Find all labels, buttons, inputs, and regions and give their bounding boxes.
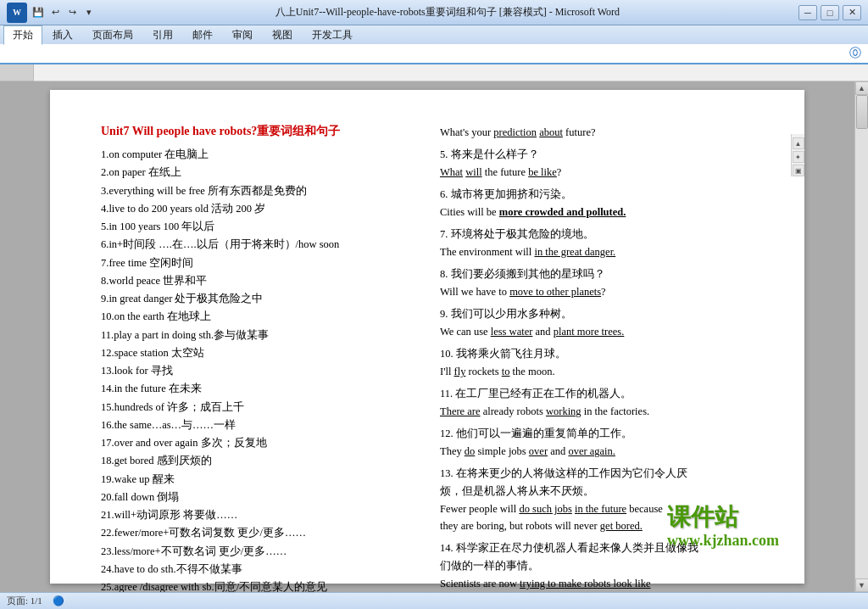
- ribbon-tabs: 开始 插入 页面布局 引用 邮件 审阅 视图 开发工具: [0, 25, 868, 44]
- sentence-6-zh: 6. 城市将更加拥挤和污染。: [440, 186, 762, 203]
- right-header: What's your prediction about future?: [440, 124, 762, 141]
- scroll-up-btn[interactable]: ▲: [855, 81, 869, 95]
- vertical-scrollbar[interactable]: ▲ ▼: [854, 81, 868, 592]
- tab-home[interactable]: 开始: [3, 25, 42, 45]
- vocab-item-1: 1.on computer 在电脑上: [101, 146, 423, 164]
- sentence-5-zh: 5. 将来是什么样子？: [440, 146, 762, 163]
- window-controls[interactable]: ─ □ ✕: [798, 5, 861, 20]
- page-count: 页面: 1/1: [7, 595, 42, 607]
- tab-review[interactable]: 审阅: [223, 25, 262, 44]
- sentence-12: 12. 他们可以一遍遍的重复简单的工作。 They do simple jobs…: [440, 425, 762, 460]
- vocab-item-13: 13.look for 寻找: [101, 362, 423, 380]
- left-column: Unit7 Will people have robots?重要词组和句子 1.…: [101, 124, 423, 592]
- redo-quick-btn[interactable]: ↪: [64, 5, 80, 20]
- watermark-text1: 课件站: [667, 503, 779, 532]
- ribbon-bar: ⓪: [0, 44, 868, 64]
- sentence-5: 5. 将来是什么样子？ What will the future be like…: [440, 146, 762, 181]
- doc-title: Unit7 Will people have robots?重要词组和句子: [101, 124, 423, 139]
- vocab-item-20: 20.fall down 倒塌: [101, 489, 423, 506]
- watermark: 课件站 www.kjzhan.com: [667, 503, 779, 550]
- scroll-track[interactable]: [855, 95, 869, 578]
- vocab-item-3: 3.everything will be free 所有东西都是免费的: [101, 182, 423, 200]
- vocab-item-17: 17.over and over again 多次；反复地: [101, 434, 423, 452]
- sentence-9-en: We can use less water and plant more tre…: [440, 323, 762, 340]
- save-quick-btn[interactable]: 💾: [31, 5, 46, 20]
- sentence-6-en: Cities will be more crowded and polluted…: [440, 204, 762, 221]
- minimize-btn[interactable]: ─: [798, 5, 817, 20]
- vocab-item-4: 4.live to do 200 years old 活动 200 岁: [101, 200, 423, 218]
- sentence-14-en1: Scientists are now trying to make robots…: [440, 575, 762, 592]
- doc-scroll-area[interactable]: ▲ ✦ ▣ Unit7 Will people have robots?重要词组…: [0, 81, 854, 592]
- tab-developer[interactable]: 开发工具: [303, 25, 362, 44]
- sentence-10-zh: 10. 我将乘火箭飞往月球。: [440, 345, 762, 362]
- doc-container: ▲ ✦ ▣ Unit7 Will people have robots?重要词组…: [0, 81, 868, 592]
- vocab-item-2: 2.on paper 在纸上: [101, 164, 423, 182]
- rt-btn1[interactable]: ▲: [793, 137, 804, 149]
- help-btn[interactable]: ⓪: [849, 46, 861, 61]
- window-title: 八上Unit7--Will-people-have-robots重要词组和句子 …: [97, 5, 798, 20]
- ribbon-placeholder: [7, 48, 9, 59]
- sentence-8: 8. 我们要必须搬到其他的星球吗？ Will we have to move t…: [440, 265, 762, 300]
- sentence-11: 11. 在工厂里已经有正在工作的机器人。 There are already r…: [440, 385, 762, 420]
- sentence-14-zh2: 们做的一样的事情。: [440, 557, 762, 574]
- right-column: What's your prediction about future? 5. …: [440, 124, 762, 592]
- doc-page: ▲ ✦ ▣ Unit7 Will people have robots?重要词组…: [50, 90, 804, 584]
- tab-references[interactable]: 引用: [143, 25, 182, 44]
- vocab-item-19: 19.wake up 醒来: [101, 471, 423, 489]
- rt-btn2[interactable]: ✦: [793, 151, 804, 163]
- vocab-item-12: 12.space station 太空站: [101, 344, 423, 362]
- ruler-area: [0, 64, 868, 81]
- tab-view[interactable]: 视图: [263, 25, 302, 44]
- sentence-13-zh: 13. 在将来更少的人将做这样的工作因为它们令人厌: [440, 465, 762, 482]
- sentence-8-zh: 8. 我们要必须搬到其他的星球吗？: [440, 265, 762, 282]
- vocab-item-18: 18.get bored 感到厌烦的: [101, 452, 423, 470]
- vocab-item-8: 8.world peace 世界和平: [101, 272, 423, 290]
- sentence-12-en: They do simple jobs over and over again.: [440, 443, 762, 460]
- sentence-12-zh: 12. 他们可以一遍遍的重复简单的工作。: [440, 425, 762, 442]
- vocab-item-7: 7.free time 空闲时间: [101, 254, 423, 272]
- vocab-item-15: 15.hundreds of 许多；成百上千: [101, 399, 423, 416]
- vocab-item-10: 10.on the earth 在地球上: [101, 308, 423, 326]
- word-app-icon: W: [7, 3, 27, 23]
- tab-insert[interactable]: 插入: [43, 25, 82, 44]
- customize-quick-btn[interactable]: ▾: [81, 5, 97, 20]
- sentence-11-en: There are already robots working in the …: [440, 403, 762, 420]
- quick-access-toolbar: 💾 ↩ ↪ ▾: [31, 5, 97, 20]
- scroll-thumb[interactable]: [856, 95, 868, 129]
- horizontal-ruler: [34, 64, 868, 81]
- vocab-item-16: 16.the same…as…与……一样: [101, 416, 423, 434]
- scroll-down-btn[interactable]: ▼: [855, 578, 869, 592]
- close-btn[interactable]: ✕: [843, 5, 861, 20]
- undo-quick-btn[interactable]: ↩: [47, 5, 63, 20]
- sentence-5-en: What will the future be like?: [440, 164, 762, 181]
- doc-content: Unit7 Will people have robots?重要词组和句子 1.…: [101, 124, 762, 592]
- vocab-item-9: 9.in great danger 处于极其危险之中: [101, 290, 423, 308]
- sentence-6: 6. 城市将更加拥挤和污染。 Cities will be more crowd…: [440, 186, 762, 221]
- vocab-item-14: 14.in the future 在未来: [101, 380, 423, 398]
- vocab-item-23: 23.less/more+不可数名词 更少/更多……: [101, 543, 423, 561]
- vocab-item-25: 25.agree /disagree with sb.同意/不同意某人的意见: [101, 578, 423, 592]
- sentence-7: 7. 环境将处于极其危险的境地。 The environment will in…: [440, 226, 762, 260]
- vocab-item-11: 11.play a part in doing sth.参与做某事: [101, 327, 423, 344]
- rt-btn3[interactable]: ▣: [793, 165, 804, 176]
- vocab-item-24: 24.have to do sth.不得不做某事: [101, 561, 423, 578]
- sentence-9-zh: 9. 我们可以少用水多种树。: [440, 305, 762, 322]
- sentence-7-zh: 7. 环境将处于极其危险的境地。: [440, 226, 762, 243]
- vocab-item-21: 21.will+动词原形 将要做……: [101, 506, 423, 524]
- sentence-10-en: I'll fly rockets to the moon.: [440, 363, 762, 380]
- ruler-corner: [0, 64, 34, 81]
- sentence-7-en: The environment will in the great danger…: [440, 243, 762, 260]
- sentence-9: 9. 我们可以少用水多种树。 We can use less water and…: [440, 305, 762, 340]
- vocab-item-6: 6.in+时间段 ….在….以后（用于将来时）/how soon: [101, 236, 423, 254]
- restore-btn[interactable]: □: [821, 5, 839, 20]
- status-icon: 🔵: [53, 595, 64, 606]
- tab-mailings[interactable]: 邮件: [183, 25, 222, 44]
- tab-page-layout[interactable]: 页面布局: [83, 25, 142, 44]
- watermark-text2: www.kjzhan.com: [667, 532, 779, 550]
- sentence-11-zh: 11. 在工厂里已经有正在工作的机器人。: [440, 385, 762, 402]
- vocab-item-5: 5.in 100 years 100 年以后: [101, 218, 423, 236]
- sentence-8-en: Will we have to move to other planets?: [440, 283, 762, 300]
- vocab-item-22: 22.fewer/more+可数名词复数 更少/更多……: [101, 524, 423, 542]
- sentence-10: 10. 我将乘火箭飞往月球。 I'll fly rockets to the m…: [440, 345, 762, 380]
- sentence-13-zh2: 烦，但是机器人将从来不厌烦。: [440, 483, 762, 500]
